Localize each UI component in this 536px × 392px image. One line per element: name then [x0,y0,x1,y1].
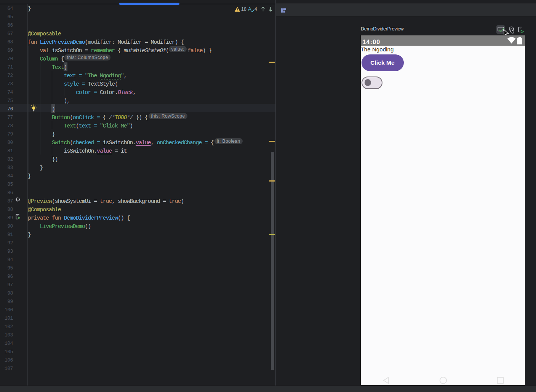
svg-text:A: A [248,6,251,12]
